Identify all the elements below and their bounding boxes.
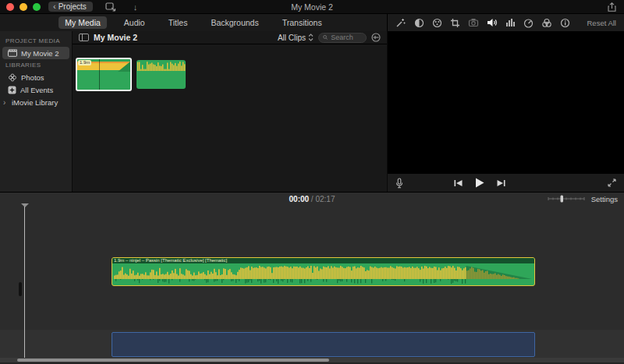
timeline-audio-clip-selected[interactable]: 1.9m – ninjel – Passin [Thematic Exclusi… bbox=[112, 257, 535, 286]
browser-title: My Movie 2 bbox=[94, 33, 137, 42]
tab-audio[interactable]: Audio bbox=[118, 16, 151, 29]
fullscreen-icon[interactable] bbox=[608, 178, 616, 187]
media-browser: My Movie 2 All Clips 1.9m bbox=[73, 31, 388, 192]
search-icon bbox=[323, 34, 328, 41]
slider-thumb[interactable] bbox=[560, 196, 563, 203]
browser-header: My Movie 2 All Clips bbox=[73, 31, 387, 44]
playhead-line[interactable] bbox=[24, 207, 25, 358]
info-icon[interactable] bbox=[560, 18, 570, 28]
zoom-window-button[interactable] bbox=[33, 3, 41, 11]
viewer-screen bbox=[388, 31, 624, 173]
waveform bbox=[136, 60, 186, 89]
photos-icon bbox=[8, 73, 17, 82]
window-title: My Movie 2 bbox=[0, 2, 624, 12]
timecode: 00:00 / 02:17 bbox=[0, 195, 624, 203]
media-import-icon[interactable] bbox=[105, 2, 116, 12]
timeline-header: 00:00 / 02:17 Settings bbox=[0, 193, 624, 205]
total-time: 02:17 bbox=[315, 195, 335, 203]
color-balance-icon[interactable] bbox=[414, 18, 424, 28]
crop-icon[interactable] bbox=[450, 18, 460, 28]
panel-toggle-icon[interactable] bbox=[79, 34, 89, 41]
minimize-window-button[interactable] bbox=[20, 3, 27, 11]
timeline-panel: 00:00 / 02:17 Settings 1.9m – ninjel – P… bbox=[0, 192, 624, 364]
disclosure-right-icon[interactable]: › bbox=[3, 98, 8, 107]
imovie-window: ‹ Projects ↓ My Movie 2 My Media Audio T… bbox=[0, 0, 624, 364]
sidebar-item-all-events[interactable]: All Events bbox=[0, 83, 72, 96]
track-handle bbox=[19, 282, 22, 296]
tab-my-media[interactable]: My Media bbox=[58, 16, 107, 29]
previous-frame-icon[interactable] bbox=[454, 179, 463, 187]
current-time: 00:00 bbox=[289, 195, 310, 203]
clapper-icon bbox=[8, 49, 17, 57]
reset-all-button[interactable]: Reset All bbox=[587, 19, 616, 27]
audio-clip-thumbnail[interactable] bbox=[136, 60, 186, 89]
clips-grid: 1.9m bbox=[73, 44, 387, 192]
sidebar-item-photos[interactable]: Photos bbox=[0, 71, 72, 83]
clip-zoom-slider[interactable] bbox=[548, 195, 585, 203]
main-area: PROJECT MEDIA My Movie 2 LIBRARIES Photo… bbox=[0, 31, 624, 192]
next-frame-icon[interactable] bbox=[497, 179, 505, 187]
traffic-lights bbox=[6, 3, 41, 11]
playback-controls bbox=[388, 173, 624, 192]
background-music-well[interactable] bbox=[112, 332, 535, 357]
search-input[interactable] bbox=[331, 34, 362, 41]
filters-icon[interactable] bbox=[541, 18, 552, 28]
projects-back-button[interactable]: ‹ Projects bbox=[48, 2, 93, 12]
tab-backgrounds[interactable]: Backgrounds bbox=[204, 16, 264, 29]
clip-appearance-icon[interactable] bbox=[371, 33, 381, 42]
events-icon bbox=[8, 86, 16, 94]
media-tabs: My Media Audio Titles Backgrounds Transi… bbox=[0, 14, 388, 31]
clip-duration-badge: 1.9m bbox=[78, 60, 91, 65]
noise-eq-icon[interactable] bbox=[505, 18, 516, 27]
volume-icon[interactable] bbox=[487, 18, 498, 27]
share-icon[interactable] bbox=[608, 2, 616, 12]
titlebar: ‹ Projects ↓ My Movie 2 bbox=[0, 0, 624, 14]
timeline-settings-button[interactable]: Settings bbox=[591, 195, 618, 203]
tab-transitions[interactable]: Transitions bbox=[276, 16, 328, 29]
speed-icon[interactable] bbox=[523, 18, 534, 28]
auto-enhance-wand-icon[interactable] bbox=[395, 18, 406, 28]
color-correction-icon[interactable] bbox=[432, 18, 442, 28]
download-arrow-icon[interactable]: ↓ bbox=[133, 2, 138, 12]
play-icon[interactable] bbox=[475, 178, 484, 188]
libraries-sidebar: PROJECT MEDIA My Movie 2 LIBRARIES Photo… bbox=[0, 31, 73, 192]
chevron-up-down-icon bbox=[308, 34, 314, 41]
search-field[interactable] bbox=[318, 33, 367, 43]
fade-wedge bbox=[118, 62, 130, 72]
adjust-toolbar: Reset All bbox=[388, 14, 624, 31]
voiceover-mic-icon[interactable] bbox=[395, 178, 403, 189]
chevron-left-icon: ‹ bbox=[53, 2, 56, 10]
sidebar-item-imovie-library[interactable]: › iMovie Library bbox=[0, 96, 72, 108]
skimmer-line bbox=[99, 59, 100, 90]
audio-clip-thumbnail-selected[interactable]: 1.9m bbox=[76, 58, 132, 91]
close-window-button[interactable] bbox=[6, 3, 14, 11]
toolbar-row: My Media Audio Titles Backgrounds Transi… bbox=[0, 14, 624, 31]
timeline-tracks: 1.9m – ninjel – Passin [Thematic Exclusi… bbox=[0, 205, 624, 364]
tab-titles[interactable]: Titles bbox=[162, 16, 194, 29]
timeline-clip-label: 1.9m – ninjel – Passin [Thematic Exclusi… bbox=[112, 258, 534, 263]
sidebar-item-my-movie-2[interactable]: My Movie 2 bbox=[2, 47, 69, 59]
section-header-libraries: LIBRARIES bbox=[0, 59, 72, 71]
viewer-panel bbox=[388, 31, 624, 192]
clip-filter-dropdown[interactable]: All Clips bbox=[278, 34, 314, 42]
horizontal-scrollbar-thumb[interactable] bbox=[17, 359, 329, 362]
section-header-project-media: PROJECT MEDIA bbox=[0, 35, 72, 47]
playhead-handle[interactable] bbox=[21, 203, 29, 207]
stabilization-icon[interactable] bbox=[468, 18, 479, 27]
